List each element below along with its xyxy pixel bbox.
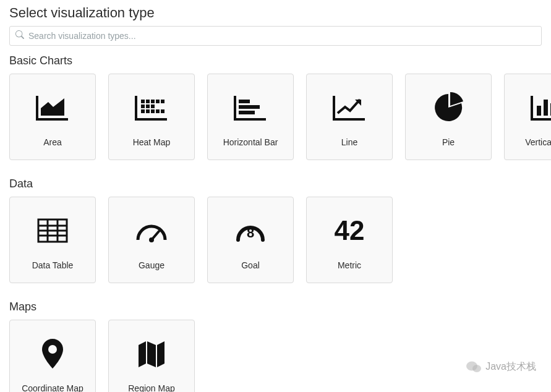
tile-label: Pie	[442, 137, 455, 147]
tile-coordinate-map[interactable]: Coordinate Map	[9, 320, 96, 392]
tile-line[interactable]: Line	[306, 74, 393, 160]
svg-text:42: 42	[335, 215, 365, 245]
tile-vertical-bar[interactable]: Vertical Bar	[504, 74, 551, 160]
tile-gauge[interactable]: Gauge	[108, 197, 195, 283]
svg-rect-0	[141, 100, 145, 103]
svg-rect-4	[161, 100, 164, 103]
gauge-icon	[134, 210, 169, 252]
tile-label: Line	[341, 137, 357, 147]
svg-rect-15	[239, 111, 255, 114]
heat-map-icon	[134, 87, 169, 129]
svg-rect-16	[537, 106, 541, 116]
tile-label: Heat Map	[133, 137, 171, 147]
coordinate-map-icon	[40, 333, 65, 375]
tile-row-basic-charts: Area Heat Map	[9, 74, 542, 160]
tile-label: Data Table	[32, 260, 74, 270]
svg-rect-6	[146, 104, 150, 108]
svg-rect-3	[156, 100, 160, 103]
horizontal-bar-icon	[233, 87, 268, 129]
tile-label: Region Map	[128, 383, 175, 392]
vertical-bar-icon	[529, 87, 551, 129]
svg-rect-8	[141, 109, 145, 113]
tile-pie[interactable]: Pie	[405, 74, 492, 160]
tile-label: Metric	[338, 260, 361, 270]
svg-rect-17	[544, 100, 548, 116]
region-map-icon	[136, 333, 167, 375]
tile-data-table[interactable]: Data Table	[9, 197, 96, 283]
search-wrapper	[9, 26, 542, 46]
data-table-icon	[37, 210, 68, 252]
tile-label: Goal	[241, 260, 260, 270]
tile-label: Gauge	[139, 260, 164, 270]
section-heading-data: Data	[9, 177, 542, 190]
tile-area[interactable]: Area	[9, 74, 96, 160]
goal-icon: 8	[233, 210, 268, 252]
svg-rect-7	[151, 104, 155, 108]
tile-label: Area	[43, 137, 62, 147]
svg-rect-5	[141, 104, 145, 108]
line-chart-icon	[331, 87, 367, 129]
area-chart-icon	[35, 87, 70, 129]
tile-metric[interactable]: 42 Metric	[306, 197, 393, 283]
svg-line-27	[152, 231, 159, 240]
section-heading-maps: Maps	[9, 300, 542, 313]
search-input[interactable]	[9, 26, 542, 46]
tile-heat-map[interactable]: Heat Map	[108, 74, 195, 160]
tile-label: Horizontal Bar	[223, 137, 278, 147]
svg-rect-12	[161, 109, 164, 113]
svg-rect-1	[146, 100, 150, 103]
tile-goal[interactable]: 8 Goal	[207, 197, 294, 283]
tile-label: Coordinate Map	[22, 383, 83, 392]
tile-row-data: Data Table Gauge 8 Goal 42 Metric	[9, 197, 542, 283]
svg-text:8: 8	[247, 225, 254, 241]
svg-point-30	[48, 345, 57, 354]
svg-rect-13	[239, 100, 250, 103]
tile-horizontal-bar[interactable]: Horizontal Bar	[207, 74, 294, 160]
svg-rect-2	[151, 100, 155, 103]
section-heading-basic-charts: Basic Charts	[9, 54, 542, 67]
metric-icon: 42	[328, 210, 371, 252]
svg-rect-10	[151, 109, 155, 113]
page-title: Select visualization type	[9, 5, 542, 21]
tile-region-map[interactable]: Region Map	[108, 320, 195, 392]
tile-label: Vertical Bar	[525, 137, 551, 147]
svg-rect-14	[239, 105, 260, 109]
svg-rect-11	[156, 109, 160, 113]
pie-chart-icon	[433, 87, 464, 129]
svg-rect-9	[146, 109, 150, 113]
tile-row-maps: Coordinate Map Region Map	[9, 320, 542, 392]
